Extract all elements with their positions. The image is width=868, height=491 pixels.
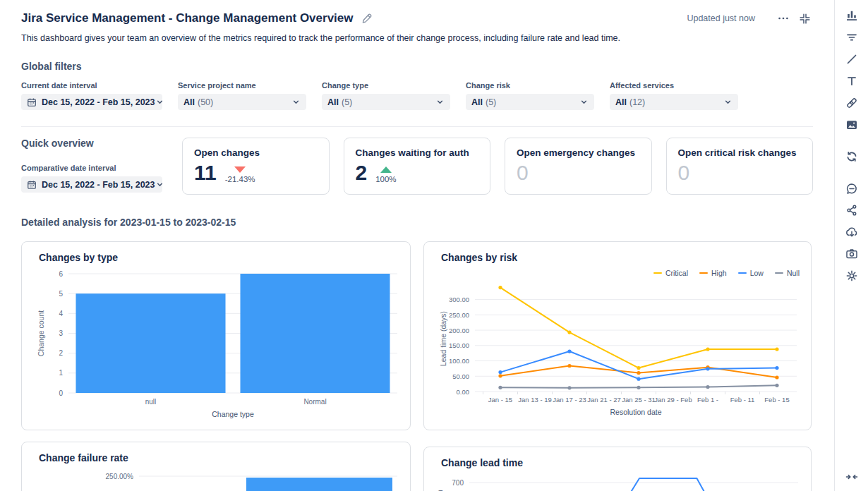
- legend-dash: [738, 272, 747, 274]
- collapse-panel-icon[interactable]: [845, 470, 859, 484]
- global-filters-row: Current date intervalDec 15, 2022 - Feb …: [21, 81, 813, 110]
- image-icon[interactable]: [845, 118, 859, 132]
- svg-text:Jan 29 - Feb: Jan 29 - Feb: [654, 396, 692, 404]
- stat-card-value: 0: [678, 162, 690, 183]
- svg-text:Jan 13 - 19: Jan 13 - 19: [518, 396, 552, 404]
- svg-text:3: 3: [59, 329, 63, 337]
- trend-indicator: 100%: [375, 166, 396, 183]
- legend-item-low[interactable]: Low: [738, 269, 764, 277]
- chart-title: Changes by type: [39, 252, 399, 263]
- svg-text:0.00: 0.00: [457, 388, 470, 396]
- chevron-down-icon: [291, 97, 301, 107]
- stat-card-title: Open changes: [194, 147, 318, 158]
- svg-text:300.00: 300.00: [449, 296, 469, 303]
- dashboard-main: Jira Service Management - Change Managem…: [0, 0, 834, 491]
- chevron-down-icon: [155, 97, 164, 107]
- svg-text:4: 4: [59, 310, 63, 317]
- legend-item-critical[interactable]: Critical: [653, 269, 688, 277]
- stat-card-value: 0: [517, 162, 529, 183]
- comparative-date-value: Dec 15, 2022 - Feb 15, 2023: [42, 180, 155, 190]
- cloud-download-icon[interactable]: [845, 225, 859, 239]
- settings-gear-icon[interactable]: [845, 269, 859, 283]
- filter-value: All: [327, 97, 339, 107]
- change-failure-rate-chart-card: Change failure rate 250.00%200.00%: [21, 442, 411, 491]
- line-tool-icon[interactable]: [845, 52, 859, 66]
- chart-title: Changes by risk: [441, 252, 800, 263]
- stat-card-open-changes: Open changes11-21.43%: [182, 138, 330, 195]
- affected-services-select[interactable]: All(12): [610, 94, 738, 110]
- filter-group-change-type: Change typeAll(5): [322, 81, 450, 110]
- svg-text:2: 2: [59, 349, 63, 357]
- stat-cards-row: Open changes11-21.43%Changes waiting for…: [182, 138, 813, 195]
- filter-label: Service project name: [178, 81, 306, 90]
- changes-by-type-chart-card: Changes by type 0123456nullNormalChange …: [21, 241, 411, 430]
- collapse-view-button[interactable]: [796, 10, 813, 27]
- svg-text:Jan 25 - 31: Jan 25 - 31: [622, 396, 656, 404]
- filter-count: (50): [198, 97, 213, 107]
- comparative-date-interval-select[interactable]: Dec 15, 2022 - Feb 15, 2023: [21, 176, 162, 193]
- legend-dash: [653, 272, 662, 274]
- camera-icon[interactable]: [845, 247, 859, 261]
- change-failure-rate-chart: 250.00%200.00%: [33, 468, 399, 491]
- svg-text:700: 700: [452, 479, 464, 487]
- svg-text:5: 5: [59, 290, 63, 298]
- stat-card-title: Open critical risk changes: [678, 147, 802, 158]
- filter-count: (12): [629, 97, 645, 107]
- quick-overview-heading: Quick overview: [21, 138, 162, 149]
- share-icon[interactable]: [845, 203, 859, 217]
- legend-dash: [699, 272, 708, 274]
- svg-text:6: 6: [59, 270, 63, 278]
- svg-text:0: 0: [59, 389, 63, 397]
- charts-grid: Changes by type 0123456nullNormalChange …: [21, 241, 813, 491]
- stat-card-open-critical-risk-changes: Open critical risk changes0: [666, 138, 814, 195]
- change-risk-select[interactable]: All(5): [466, 94, 594, 110]
- chevron-down-icon: [579, 97, 589, 107]
- change-type-select[interactable]: All(5): [322, 94, 450, 110]
- svg-text:200.00: 200.00: [449, 327, 469, 334]
- svg-text:Jan 17 - 23: Jan 17 - 23: [553, 396, 586, 404]
- svg-text:Feb 1 -: Feb 1 -: [697, 396, 718, 404]
- changes-by-risk-chart: 0.0050.00100.00150.00200.00250.00300.00J…: [435, 279, 800, 421]
- link-icon[interactable]: [845, 96, 859, 110]
- trend-percent: 100%: [375, 175, 396, 183]
- bar-chart-icon[interactable]: [845, 8, 859, 23]
- comment-icon[interactable]: [845, 181, 859, 195]
- svg-text:1: 1: [59, 369, 63, 377]
- svg-text:Normal: Normal: [303, 398, 326, 406]
- change-lead-time-chart-card: Change lead time 700on: [423, 447, 812, 491]
- filter-count: (5): [342, 97, 352, 107]
- legend-item-null[interactable]: Null: [775, 269, 800, 277]
- filter-label: Affected services: [610, 81, 738, 90]
- filter-label: Change risk: [466, 81, 594, 90]
- trend-up-icon: [380, 166, 392, 173]
- stat-card-value: 2: [356, 162, 368, 183]
- chevron-down-icon: [155, 180, 164, 189]
- trend-indicator: -21.43%: [225, 166, 255, 183]
- filter-icon[interactable]: [845, 30, 859, 44]
- chart-legend: CriticalHighLowNull: [435, 269, 800, 277]
- calendar-icon: [27, 97, 37, 107]
- refresh-icon[interactable]: [845, 150, 859, 164]
- more-options-button[interactable]: [775, 10, 792, 27]
- filter-label: Current date interval: [21, 81, 162, 90]
- changes-by-risk-chart-card: Changes by risk CriticalHighLowNull 0.00…: [423, 241, 812, 430]
- chevron-down-icon: [435, 97, 445, 107]
- filter-group-affected-services: Affected servicesAll(12): [610, 81, 738, 110]
- edit-title-button[interactable]: [361, 12, 373, 25]
- legend-item-high[interactable]: High: [699, 269, 727, 277]
- svg-text:Change count: Change count: [37, 310, 45, 356]
- text-tool-icon[interactable]: [845, 74, 859, 88]
- legend-dash: [775, 272, 783, 274]
- current-date-interval-select[interactable]: Dec 15, 2022 - Feb 15, 2023: [21, 94, 162, 110]
- updated-status: Updated just now: [687, 13, 755, 23]
- svg-text:100.00: 100.00: [449, 357, 469, 365]
- dashboard-description: This dashboard gives your team an overvi…: [21, 33, 813, 43]
- section-divider: [21, 126, 813, 127]
- ellipsis-icon: [777, 12, 790, 25]
- tools-sidebar: [834, 0, 868, 491]
- filter-value: All: [471, 97, 483, 107]
- svg-text:Jan 21 - 27: Jan 21 - 27: [587, 396, 621, 404]
- filter-group-change-risk: Change riskAll(5): [466, 81, 594, 110]
- trend-down-icon: [234, 166, 246, 173]
- service-project-name-select[interactable]: All(50): [178, 94, 306, 110]
